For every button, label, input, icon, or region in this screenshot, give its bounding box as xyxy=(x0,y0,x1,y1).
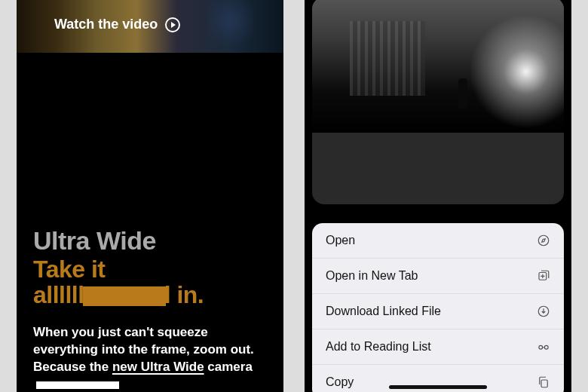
svg-point-3 xyxy=(539,345,543,349)
body-line1: When you just can't squeeze xyxy=(33,325,208,339)
body-line3-underline: new Ultra Wide xyxy=(112,360,204,374)
right-phone: Open Open in New Tab Download Linked Fil… xyxy=(305,0,571,392)
copy-icon xyxy=(537,375,550,389)
text-whitebar xyxy=(36,381,119,389)
menu-item-open-new-tab[interactable]: Open in New Tab xyxy=(312,259,564,294)
text-smear xyxy=(83,286,166,306)
svg-point-4 xyxy=(544,345,548,349)
compass-icon xyxy=(537,234,550,247)
download-icon xyxy=(537,305,550,318)
left-phone: Watch the video Ultra Wide Take it allll… xyxy=(17,0,283,392)
watch-video-link[interactable]: Watch the video xyxy=(54,17,180,32)
menu-item-download[interactable]: Download Linked File xyxy=(312,294,564,329)
video-thumbnail[interactable]: Watch the video xyxy=(17,0,283,53)
menu-label: Download Linked File xyxy=(326,305,441,318)
svg-rect-5 xyxy=(541,380,547,387)
home-indicator[interactable] xyxy=(389,385,487,389)
watch-video-label: Watch the video xyxy=(54,17,158,32)
hero-text-block: Ultra Wide Take it alllllll in. xyxy=(33,226,267,308)
hero-title: Ultra Wide xyxy=(33,226,267,256)
hero-subtitle: Take it alllllll in. xyxy=(33,257,267,308)
hero-sub-suffix: l in. xyxy=(164,281,204,308)
menu-item-reading-list[interactable]: Add to Reading List xyxy=(312,329,564,365)
body-line2: everything into the frame, zoom out. xyxy=(33,342,254,357)
hero-sub-line1: Take it xyxy=(33,256,106,283)
menu-label: Add to Reading List xyxy=(326,340,431,354)
preview-image xyxy=(312,0,564,133)
context-menu: Open Open in New Tab Download Linked Fil… xyxy=(312,223,564,392)
tab-plus-icon xyxy=(537,269,550,283)
body-line3-suffix: camera xyxy=(204,360,253,374)
glasses-icon xyxy=(537,340,550,354)
hero-sub-prefix: allllll xyxy=(33,281,84,308)
menu-item-open[interactable]: Open xyxy=(312,223,564,259)
menu-label: Copy xyxy=(326,375,354,389)
menu-label: Open in New Tab xyxy=(326,269,418,283)
body-line3-prefix: Because the xyxy=(33,360,112,374)
menu-label: Open xyxy=(326,234,355,247)
play-icon xyxy=(165,17,180,32)
body-copy: When you just can't squeeze everything i… xyxy=(33,324,267,392)
svg-point-0 xyxy=(538,235,549,246)
link-preview-card[interactable] xyxy=(312,0,564,204)
